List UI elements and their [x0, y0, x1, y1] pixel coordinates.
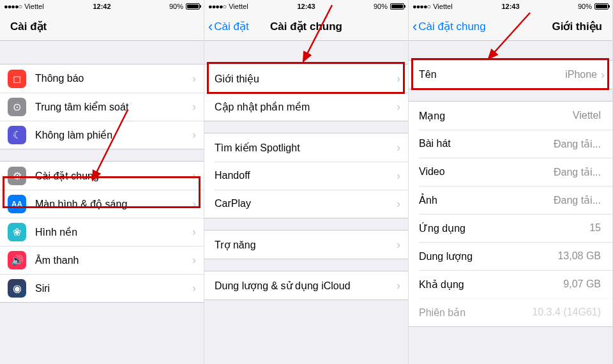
about-screen: ●●●●○ Viettel 12:43 90% ‹Cài đặt chung G… [409, 0, 613, 364]
settings-group-2: ⚙ Cài đặt chung › AA Màn hình & độ sáng … [0, 161, 204, 303]
row-name[interactable]: Tên iPhone › [409, 61, 612, 89]
control-center-icon: ⊙ [8, 98, 26, 116]
status-bar: ●●●●○ Viettel 12:43 90% [204, 0, 408, 13]
row-dnd[interactable]: ☾ Không làm phiền › [0, 121, 204, 149]
row-carplay[interactable]: CarPlay › [204, 190, 408, 218]
siri-icon: ◉ [8, 279, 26, 298]
battery-pct: 90% [578, 3, 592, 10]
chevron-right-icon: › [397, 72, 400, 86]
row-display[interactable]: AA Màn hình & độ sáng › [0, 190, 204, 218]
row-spotlight[interactable]: Tìm kiếm Spotlight › [204, 133, 408, 162]
row-label: Âm thanh [35, 255, 192, 266]
chevron-left-icon: ‹ [208, 20, 213, 34]
nav-bar: ‹Cài đặt chung Giới thiệu [409, 13, 612, 41]
signal-icon: ●●●●○ [208, 3, 226, 10]
row-label: Ảnh [419, 194, 554, 206]
row-value: 9,07 GB [563, 278, 601, 290]
row-value: Đang tải... [554, 166, 601, 178]
row-label: Bài hát [419, 138, 554, 149]
row-software-update[interactable]: Cập nhật phần mềm › [204, 93, 408, 121]
row-label: Giới thiệu [215, 73, 397, 85]
row-version: Phiên bản 10.3.4 (14G61) [409, 298, 612, 326]
gear-icon: ⚙ [8, 167, 26, 185]
chevron-right-icon: › [192, 72, 196, 86]
row-label: Hình nền [35, 226, 192, 238]
row-label: Ứng dụng [419, 222, 589, 234]
row-label: Cập nhật phần mềm [215, 101, 397, 113]
row-value: 13,08 GB [557, 250, 601, 262]
chevron-right-icon: › [192, 254, 196, 267]
carrier-label: Viettel [433, 3, 452, 10]
row-label: Khả dụng [419, 278, 563, 291]
chevron-right-icon: › [397, 279, 400, 292]
row-wallpaper[interactable]: ❀ Hình nền › [0, 218, 204, 246]
row-handoff[interactable]: Handoff › [204, 162, 408, 190]
status-bar: ●●●●○ Viettel 12:42 90% [0, 0, 204, 13]
wallpaper-icon: ❀ [8, 223, 26, 241]
row-control-center[interactable]: ⊙ Trung tâm kiểm soát › [0, 93, 204, 121]
row-label: Siri [35, 283, 192, 294]
carrier-label: Viettel [229, 3, 248, 10]
back-label: Cài đặt [214, 20, 248, 33]
row-label: Dung lượng [419, 250, 557, 262]
clock: 12:42 [93, 3, 110, 10]
row-label: Tên [419, 69, 565, 80]
chevron-right-icon: › [397, 100, 400, 114]
page-title: Giới thiệu [552, 20, 602, 33]
row-sounds[interactable]: 🔊 Âm thanh › [0, 246, 204, 274]
chevron-right-icon: › [397, 141, 400, 155]
about-group-1: Tên iPhone › [409, 60, 612, 89]
row-label: Cài đặt chung [35, 170, 192, 182]
nav-bar: Cài đặt [0, 13, 204, 41]
row-label: Màn hình & độ sáng [35, 198, 192, 210]
battery-icon [186, 3, 200, 10]
row-videos: Video Đang tải... [409, 158, 612, 186]
battery-icon [390, 3, 404, 10]
row-label: Mạng [419, 110, 573, 122]
dnd-icon: ☾ [8, 126, 26, 144]
row-about[interactable]: Giới thiệu › [204, 64, 408, 93]
chevron-right-icon: › [192, 225, 196, 239]
row-label: Trung tâm kiểm soát [35, 101, 192, 113]
chevron-right-icon: › [192, 282, 196, 295]
nav-bar: ‹Cài đặt Cài đặt chung [204, 13, 408, 41]
row-songs: Bài hát Đang tải... [409, 130, 612, 158]
back-button[interactable]: ‹Cài đặt chung [409, 20, 486, 34]
settings-group-1: ◻ Thông báo › ⊙ Trung tâm kiểm soát › ☾ … [0, 64, 204, 149]
chevron-right-icon: › [397, 197, 400, 211]
carrier-label: Viettel [24, 3, 43, 10]
signal-icon: ●●●●○ [412, 3, 430, 10]
row-accessibility[interactable]: Trợ năng › [204, 231, 408, 259]
clock: 12:43 [297, 3, 315, 10]
battery-pct: 90% [169, 3, 183, 10]
sounds-icon: 🔊 [8, 251, 26, 269]
row-siri[interactable]: ◉ Siri › [0, 274, 204, 302]
chevron-right-icon: › [192, 197, 196, 211]
row-applications: Ứng dụng 15 [409, 214, 612, 242]
row-general[interactable]: ⚙ Cài đặt chung › [0, 162, 204, 190]
signal-icon: ●●●●○ [4, 3, 22, 10]
row-notifications[interactable]: ◻ Thông báo › [0, 64, 204, 93]
row-label: Không làm phiền [35, 129, 192, 141]
row-capacity: Dung lượng 13,08 GB [409, 242, 612, 270]
back-button[interactable]: ‹Cài đặt [204, 20, 249, 34]
row-label: Dung lượng & sử dụng iCloud [215, 280, 397, 292]
page-title: Cài đặt chung [270, 20, 342, 33]
chevron-right-icon: › [192, 128, 196, 142]
page-title: Cài đặt [10, 20, 47, 33]
chevron-right-icon: › [397, 238, 400, 252]
row-label: Thông báo [35, 73, 192, 84]
row-value: iPhone [565, 69, 597, 80]
about-group-2: Mạng Viettel Bài hát Đang tải... Video Đ… [409, 101, 612, 327]
row-storage-icloud[interactable]: Dung lượng & sử dụng iCloud › [204, 271, 408, 300]
chevron-right-icon: › [192, 100, 196, 114]
chevron-right-icon: › [192, 169, 196, 183]
back-label: Cài đặt chung [418, 20, 485, 33]
row-value: Đang tải... [554, 138, 601, 150]
row-label: Video [419, 166, 554, 178]
battery-pct: 90% [374, 3, 388, 10]
general-screen: ●●●●○ Viettel 12:43 90% ‹Cài đặt Cài đặt… [204, 0, 409, 364]
row-available: Khả dụng 9,07 GB [409, 270, 612, 298]
general-group-2: Tìm kiếm Spotlight › Handoff › CarPlay › [204, 133, 408, 218]
chevron-right-icon: › [601, 68, 605, 82]
